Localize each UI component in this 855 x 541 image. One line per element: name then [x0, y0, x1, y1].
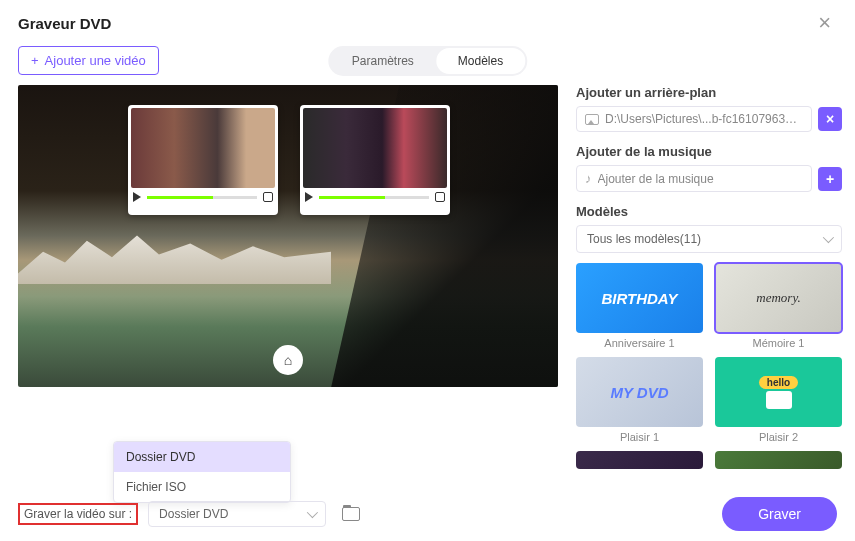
burn-target-select[interactable]: Dossier DVD — [148, 501, 326, 527]
home-button[interactable]: ⌂ — [273, 345, 303, 375]
plus-icon: + — [826, 171, 834, 187]
add-video-button[interactable]: + Ajouter une vidéo — [18, 46, 159, 75]
x-icon: × — [826, 111, 834, 127]
music-placeholder: Ajouter de la musique — [598, 172, 804, 186]
background-section-label: Ajouter un arrière-plan — [576, 85, 842, 100]
template-plaisir-2[interactable]: hello Plaisir 2 — [715, 357, 842, 443]
templates-section-label: Modèles — [576, 204, 842, 219]
thumbnail-image — [303, 108, 447, 188]
home-icon: ⌂ — [284, 352, 292, 368]
tab-switcher: Paramètres Modèles — [328, 46, 527, 76]
burn-target-value: Dossier DVD — [159, 507, 228, 521]
plus-icon: + — [31, 53, 39, 68]
tab-settings[interactable]: Paramètres — [330, 48, 436, 74]
window-title: Graveur DVD — [18, 15, 111, 32]
template-plaisir-1[interactable]: MY DVD Plaisir 1 — [576, 357, 703, 443]
template-thumb: hello — [715, 357, 842, 427]
play-icon[interactable] — [305, 192, 313, 202]
template-next-1[interactable] — [576, 451, 703, 469]
template-label: Plaisir 1 — [620, 431, 659, 443]
music-input[interactable]: ♪ Ajouter de la musique — [576, 165, 812, 192]
chevron-down-icon — [307, 507, 318, 518]
preview-background — [18, 230, 331, 284]
templates-filter-dropdown[interactable]: Tous les modèles(11) — [576, 225, 842, 253]
template-thumb — [715, 451, 842, 469]
template-memory-1[interactable]: memory. Mémoire 1 — [715, 263, 842, 349]
template-text: hello — [759, 376, 798, 389]
thumbnail-image — [131, 108, 275, 188]
template-label: Mémoire 1 — [753, 337, 805, 349]
video-thumbnail-2[interactable] — [300, 105, 450, 215]
image-icon — [585, 114, 599, 125]
video-preview: ⌂ — [18, 85, 558, 387]
chevron-down-icon — [823, 232, 834, 243]
fullscreen-icon[interactable] — [263, 192, 273, 202]
video-thumbnail-1[interactable] — [128, 105, 278, 215]
burn-button[interactable]: Graver — [722, 497, 837, 531]
play-icon[interactable] — [133, 192, 141, 202]
remove-background-button[interactable]: × — [818, 107, 842, 131]
fullscreen-icon[interactable] — [435, 192, 445, 202]
burn-target-popup: Dossier DVD Fichier ISO — [113, 441, 291, 503]
template-thumb — [576, 451, 703, 469]
template-label: Plaisir 2 — [759, 431, 798, 443]
background-path-input[interactable]: D:\Users\Pictures\...b-fc1610796382.jpg — [576, 106, 812, 132]
add-music-button[interactable]: + — [818, 167, 842, 191]
close-icon[interactable]: × — [812, 10, 837, 36]
template-thumb: MY DVD — [576, 357, 703, 427]
burn-option-dossier-dvd[interactable]: Dossier DVD — [114, 442, 290, 472]
template-label: Anniversaire 1 — [604, 337, 674, 349]
music-icon: ♪ — [585, 171, 592, 186]
burn-label-highlight: Graver la vidéo sur : — [18, 503, 138, 525]
template-thumb: BIRTHDAY — [576, 263, 703, 333]
face-icon — [766, 391, 792, 409]
browse-folder-button[interactable] — [342, 507, 360, 521]
template-next-2[interactable] — [715, 451, 842, 469]
background-path-value: D:\Users\Pictures\...b-fc1610796382.jpg — [605, 112, 803, 126]
add-video-label: Ajouter une vidéo — [45, 53, 146, 68]
template-thumb: memory. — [715, 263, 842, 333]
template-birthday-1[interactable]: BIRTHDAY Anniversaire 1 — [576, 263, 703, 349]
music-section-label: Ajouter de la musique — [576, 144, 842, 159]
tab-templates[interactable]: Modèles — [436, 48, 525, 74]
burn-to-label: Graver la vidéo sur : — [24, 507, 132, 521]
templates-filter-value: Tous les modèles(11) — [587, 232, 701, 246]
progress-bar[interactable] — [319, 196, 429, 199]
progress-bar[interactable] — [147, 196, 257, 199]
